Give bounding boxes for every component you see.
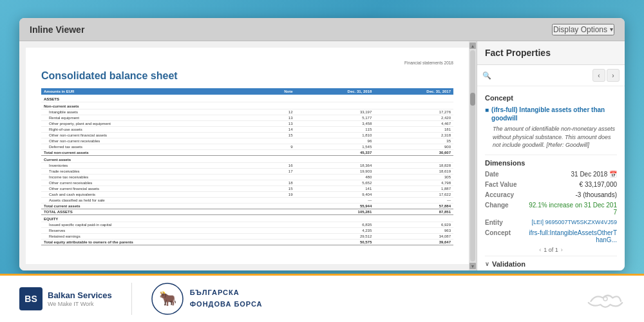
content-area: Financial statements 2018 Consolidated b…	[19, 41, 625, 270]
handshake-icon	[586, 283, 625, 315]
fact-value-label: Fact Value	[485, 181, 527, 188]
fact-row-value: Fact Value € 33,197,000	[485, 181, 617, 188]
prev-fact-button[interactable]: ‹	[592, 69, 605, 82]
svg-point-2	[603, 297, 607, 301]
table-row: Retained earnings 29,512 34,087	[41, 234, 453, 240]
financial-subtitle: Financial statements 2018	[41, 61, 453, 65]
table-row: Reserves 4,235 963	[41, 228, 453, 234]
concept-description: The amount of identifiable non-monetary …	[485, 125, 617, 149]
balkan-services-logo: BS Balkan Services We Make IT Work	[19, 287, 112, 310]
table-row: Trade receivables 17 19,903 18,619	[41, 169, 453, 175]
bfb-line2: ФОНДОВА БОРСА	[190, 299, 263, 310]
footer: BS Balkan Services We Make IT Work 🐂 БЪЛ…	[0, 274, 644, 322]
concept-name[interactable]: (ifrs-full) Intangible assets other than…	[491, 106, 617, 122]
col-label: Amounts in EUR	[41, 88, 255, 95]
dimensions-label: Dimensions	[485, 159, 617, 167]
concept-item: ■ (ifrs-full) Intangible assets other th…	[485, 106, 617, 122]
concept-label: Concept	[485, 229, 527, 236]
bfb-line1: БЪЛГАРСКА	[190, 287, 263, 299]
fact-row-concept: Concept ifrs-full:IntangibleAssetsOtherT…	[485, 229, 617, 243]
search-area: 🔍	[482, 71, 592, 80]
next-fact-button[interactable]: ›	[607, 69, 620, 82]
fact-panel: Fact Properties 🔍 ‹ › Concept ■ (ifrs-fu…	[477, 41, 625, 270]
table-row: Deferred tax assets 9 1,545 900	[41, 144, 453, 150]
bfb-bull-icon: 🐂	[151, 283, 184, 315]
validation-toggle[interactable]: ∨ Validation	[485, 260, 617, 268]
display-options-button[interactable]: Display Options ▾	[552, 24, 614, 35]
scroll-up-btn[interactable]: ▲	[469, 43, 476, 49]
document-inner: Financial statements 2018 Consolidated b…	[26, 48, 469, 264]
balance-sheet-table: Amounts in EUR Note Dec. 31, 2018 Dec. 3…	[41, 88, 453, 245]
fact-row-date: Date 31 Dec 2018 📅	[485, 171, 617, 178]
tagline: We Make IT Work	[48, 301, 112, 307]
fact-value-amount: € 33,197,000	[527, 181, 617, 188]
fact-row-change: Change 92.1% increase on 31 Dec 2017	[485, 202, 617, 216]
col-2018: Dec. 31, 2018	[296, 88, 375, 95]
page-next[interactable]: ›	[561, 247, 563, 253]
total-current: Total current assets 55,944 57,884	[41, 204, 453, 209]
document-content: Financial statements 2018 Consolidated b…	[26, 48, 469, 258]
footer-divider	[131, 283, 132, 315]
toggle-arrow-icon: ∨	[485, 261, 489, 267]
accuracy-label: Accuracy	[485, 191, 527, 198]
viewer-title: Inline Viewer	[30, 24, 84, 35]
search-icon: 🔍	[482, 71, 491, 80]
bs-logo-box: BS	[19, 287, 43, 310]
fact-search-bar: 🔍 ‹ ›	[477, 65, 625, 86]
entity-value[interactable]: [LEI] 9695007TW5SKZXW4VJ59	[527, 219, 617, 225]
fact-row-entity: Entity [LEI] 9695007TW5SKZXW4VJ59	[485, 219, 617, 226]
fact-content: Concept ■ (ifrs-full) Intangible assets …	[477, 86, 625, 270]
document-panel: Financial statements 2018 Consolidated b…	[19, 41, 477, 270]
page-prev[interactable]: ‹	[539, 247, 541, 253]
fact-nav-buttons: ‹ ›	[592, 69, 620, 82]
total-non-current: Total non-current assets 45,337 30,607	[41, 150, 453, 156]
table-row: Cash and cash equivalents 19 9,404 17,62…	[41, 192, 453, 198]
table-row: Income tax receivables 480 305	[41, 175, 453, 180]
table-row: Rental equipment 13 5,177 2,420	[41, 115, 453, 121]
table-row: Other non-current receivables 96 35	[41, 138, 453, 144]
scroll-track[interactable]	[470, 50, 475, 261]
validation-label: Validation	[492, 260, 526, 268]
scroll-thumb[interactable]	[470, 93, 475, 106]
change-label: Change	[485, 202, 527, 209]
table-row: Inventories 16 18,364 18,828	[41, 163, 453, 169]
concept-section-label: Concept	[485, 94, 617, 102]
current-assets-header: Current assets	[41, 156, 453, 163]
total-assets: TOTAL ASSETS 105,281 87,851	[41, 209, 453, 215]
divider	[485, 155, 617, 155]
total-equity: Total equity attributable to owners of t…	[41, 240, 453, 245]
non-current-header: Non-current assets	[41, 102, 453, 109]
page-label: 1 of 1	[544, 247, 558, 253]
table-row: Intangible assets 12 33,197 17,276	[41, 109, 453, 115]
table-row: Assets classified as held for sale — —	[41, 198, 453, 204]
date-label: Date	[485, 171, 527, 178]
chevron-down-icon: ▾	[610, 26, 613, 33]
assets-header: ASSETS	[41, 95, 453, 102]
equity-header: EQUITY	[41, 215, 453, 222]
table-row: Issued specific capital paid-in capital …	[41, 222, 453, 228]
main-container: Inline Viewer Display Options ▾ Financia…	[19, 18, 625, 270]
table-row: Other current receivables 18 5,652 4,798	[41, 180, 453, 186]
concept-value[interactable]: ifrs-full:IntangibleAssetsOtherThanG...	[527, 229, 617, 243]
change-value: 92.1% increase on 31 Dec 2017	[527, 202, 617, 216]
table-row: Other property, plant and equipment 13 3…	[41, 121, 453, 127]
entity-label: Entity	[485, 219, 527, 226]
bfb-text-block: БЪЛГАРСКА ФОНДОВА БОРСА	[190, 287, 263, 310]
header-bar: Inline Viewer Display Options ▾	[19, 18, 625, 41]
table-row: Other non-current financial assets 15 1,…	[41, 133, 453, 138]
balance-sheet-title: Consolidated balance sheet	[41, 70, 453, 82]
document-scrollbar[interactable]: ▲ ▼	[469, 41, 477, 270]
fact-row-accuracy: Accuracy -3 (thousands)	[485, 191, 617, 198]
balkan-services-name: Balkan Services	[48, 290, 112, 301]
col-note: Note	[255, 88, 296, 95]
fact-panel-title: Fact Properties	[485, 48, 551, 58]
scroll-down-btn[interactable]: ▼	[469, 263, 476, 269]
col-2017: Dec. 31, 2017	[374, 88, 453, 95]
svg-text:🐂: 🐂	[158, 290, 176, 307]
fact-pagination: ‹ 1 of 1 ›	[485, 247, 617, 253]
table-row: Other current financial assets 15 141 1,…	[41, 186, 453, 192]
bs-text-block: Balkan Services We Make IT Work	[48, 290, 112, 307]
accuracy-value: -3 (thousands)	[527, 191, 617, 198]
bfb-logo: 🐂 БЪЛГАРСКА ФОНДОВА БОРСА	[151, 283, 263, 315]
fact-panel-header: Fact Properties	[477, 41, 625, 65]
